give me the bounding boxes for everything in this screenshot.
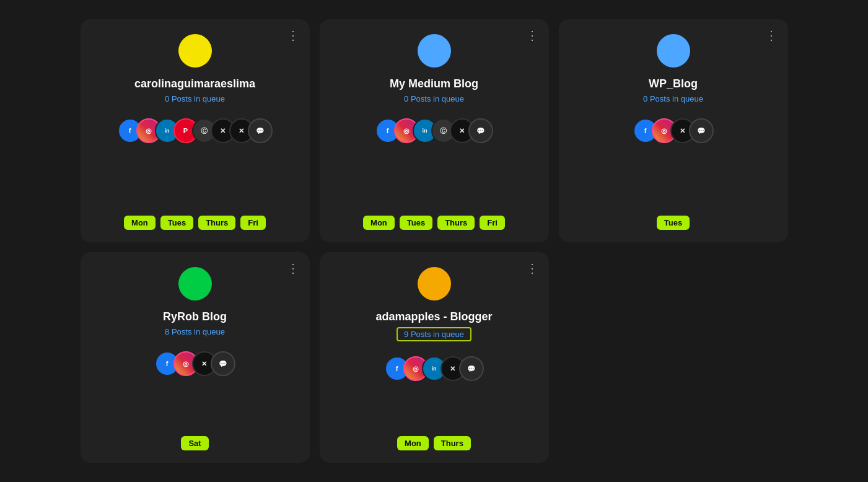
posts-in-queue: 0 Posts in queue [404,94,464,103]
days-row: Sat [181,436,208,450]
card-wp-blog: ⋮WP_Blog0 Posts in queuef◎✕💬Tues [559,19,788,242]
posts-in-queue: 0 Posts in queue [643,94,703,103]
day-badge[interactable]: Mon [363,216,395,230]
avatar-circle [657,34,690,68]
day-badge[interactable]: Thurs [437,216,475,230]
day-badge[interactable]: Tues [657,216,690,230]
day-badge[interactable]: Tues [160,216,193,230]
posts-in-queue: 0 Posts in queue [165,94,225,103]
card-menu-button[interactable]: ⋮ [526,262,539,274]
social-icons-row: f◎✕💬 [633,116,714,146]
card-menu-button[interactable]: ⋮ [765,29,778,42]
days-row: MonTuesThursFri [363,216,505,230]
day-badge[interactable]: Thurs [198,216,235,230]
posts-in-queue: 9 Posts in queue [397,327,471,341]
card-carolinaguimaraeslima: ⋮carolinaguimaraeslima0 Posts in queuef◎… [81,19,310,242]
card-my-medium-blog: ⋮My Medium Blog0 Posts in queuef◎inⒸ✕💬Mo… [320,19,549,242]
day-badge[interactable]: Fri [240,216,266,230]
avatar-circle [418,267,451,300]
card-title: carolinaguimaraeslima [134,77,255,90]
social-icon-gm: 💬 [459,356,484,381]
card-menu-button[interactable]: ⋮ [287,262,300,274]
card-menu-button[interactable]: ⋮ [526,29,539,42]
posts-in-queue: 8 Posts in queue [165,327,225,336]
day-badge[interactable]: Tues [400,216,432,230]
day-badge[interactable]: Mon [124,216,156,230]
card-menu-button[interactable]: ⋮ [287,29,300,42]
card-title: adamapples - Blogger [375,310,492,323]
day-badge[interactable]: Sat [181,436,208,450]
card-title: RyRob Blog [163,310,227,323]
card-adamapples-blogger: ⋮adamapples - Blogger9 Posts in queuef◎i… [320,252,549,463]
avatar-circle [178,34,212,68]
days-row: MonTuesThursFri [124,216,266,230]
social-icons-row: f◎in✕💬 [385,354,484,383]
social-icons-row: f◎inⒸ✕💬 [375,116,493,146]
cards-grid: ⋮carolinaguimaraeslima0 Posts in queuef◎… [81,19,788,463]
social-icon-gm: 💬 [211,351,235,376]
social-icon-gm: 💬 [468,118,493,143]
day-badge[interactable]: Mon [397,436,429,450]
card-title: WP_Blog [649,77,698,90]
days-row: MonThurs [397,436,471,450]
social-icons-row: f◎✕💬 [155,349,235,379]
days-row: Tues [657,216,690,230]
social-icons-row: f◎inPⒸ✕✕💬 [118,116,273,146]
day-badge[interactable]: Fri [480,216,505,230]
avatar-circle [178,267,212,300]
card-title: My Medium Blog [390,77,478,90]
card-ryrob-blog: ⋮RyRob Blog8 Posts in queuef◎✕💬Sat [81,252,310,463]
social-icon-gm: 💬 [689,118,714,143]
day-badge[interactable]: Thurs [434,436,471,450]
social-icon-gm: 💬 [248,118,273,143]
avatar-circle [418,34,451,68]
